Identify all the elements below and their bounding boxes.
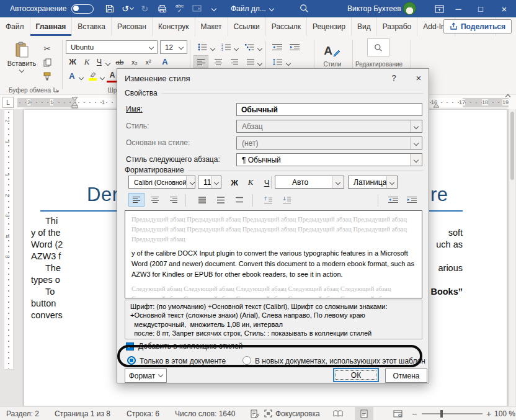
- underline-button[interactable]: Ч: [93, 55, 105, 68]
- paste-button[interactable]: Вставить: [5, 39, 38, 86]
- ribbon-display-options-icon[interactable]: [430, 0, 448, 17]
- cancel-button[interactable]: Отмена: [385, 369, 427, 383]
- font-size-select[interactable]: 12: [160, 40, 187, 54]
- undo-icon[interactable]: ↺: [118, 0, 136, 17]
- format-painter-icon[interactable]: [40, 69, 55, 83]
- spellcheck-icon[interactable]: abc✓: [171, 0, 188, 17]
- editing-group-button[interactable]: [367, 38, 389, 56]
- web-layout-button[interactable]: [388, 407, 407, 420]
- justify-button[interactable]: [243, 55, 258, 68]
- dialog-font-size-select[interactable]: 11: [198, 176, 221, 189]
- line-spacing-chevron-icon[interactable]: [285, 56, 291, 69]
- read-mode-button[interactable]: [329, 407, 347, 420]
- zoom-slider-track[interactable]: [422, 413, 483, 414]
- increase-space-after-button[interactable]: [278, 193, 295, 207]
- right-indent-marker-icon[interactable]: [432, 101, 440, 108]
- focus-label[interactable]: Фокусировка: [275, 409, 320, 418]
- line-indicator[interactable]: Строка: 6: [127, 409, 159, 418]
- line-spacing-button[interactable]: [269, 55, 285, 68]
- collapse-ribbon-chevron-icon[interactable]: [506, 90, 510, 101]
- format-button[interactable]: Формат: [125, 369, 167, 383]
- script-select[interactable]: Латиница: [348, 176, 398, 189]
- dialog-align-right-button[interactable]: [166, 193, 182, 207]
- dialog-increase-indent-button[interactable]: [404, 193, 420, 207]
- tab-home[interactable]: Главная: [30, 17, 73, 36]
- superscript-button[interactable]: x²: [141, 55, 155, 68]
- double-spacing-button[interactable]: [231, 193, 247, 207]
- maximize-button[interactable]: □: [470, 0, 491, 17]
- tab-design[interactable]: Конструк: [153, 17, 195, 36]
- next-style-select[interactable]: ¶ Обычный: [236, 153, 422, 166]
- autosave-toggle[interactable]: [71, 4, 94, 14]
- qat-customize-chevron-icon[interactable]: [205, 0, 223, 17]
- word-count-indicator[interactable]: Число слов: 1640: [175, 409, 235, 418]
- increase-indent-button[interactable]: [287, 40, 303, 53]
- dialog-decrease-indent-button[interactable]: [385, 193, 401, 207]
- tab-file[interactable]: Файл: [0, 17, 30, 36]
- clipboard-dialog-launcher-icon[interactable]: [53, 87, 61, 94]
- dialog-align-left-button[interactable]: [128, 193, 145, 207]
- share-button[interactable]: Поделиться: [443, 19, 512, 34]
- page-indicator[interactable]: Страница 1 из 8: [55, 409, 110, 418]
- tab-review[interactable]: Рецензир: [307, 17, 352, 36]
- ok-button[interactable]: ОК: [333, 368, 379, 382]
- zoom-in-button[interactable]: +: [486, 409, 491, 419]
- styles-group-button[interactable]: А: [320, 41, 345, 60]
- cut-icon[interactable]: ✂: [40, 42, 55, 55]
- copy-icon[interactable]: [40, 56, 55, 69]
- clear-formatting-button[interactable]: А: [158, 55, 172, 68]
- dialog-align-center-button[interactable]: [147, 193, 163, 207]
- bullets-chevron-icon[interactable]: [210, 42, 216, 55]
- multilevel-list-button[interactable]: [242, 40, 257, 53]
- search-icon[interactable]: [300, 4, 309, 13]
- tab-insert[interactable]: Вставка: [72, 17, 112, 36]
- underline-chevron-icon[interactable]: [104, 56, 112, 69]
- tab-layout[interactable]: Макет: [195, 17, 228, 36]
- align-right-button[interactable]: [227, 55, 242, 68]
- tab-selector[interactable]: L: [2, 97, 14, 108]
- numbering-chevron-icon[interactable]: [233, 42, 239, 55]
- multilevel-chevron-icon[interactable]: [257, 42, 263, 55]
- italic-button[interactable]: К: [81, 55, 93, 68]
- section-indicator[interactable]: Раздел: 2: [6, 409, 39, 418]
- tab-draw[interactable]: Рисован: [112, 17, 153, 36]
- subscript-button[interactable]: x₂: [128, 55, 141, 68]
- highlight-chevron-icon[interactable]: [99, 71, 105, 84]
- dialog-help-button[interactable]: ?: [388, 73, 400, 83]
- focus-icon[interactable]: [264, 409, 272, 418]
- highlight-color-button[interactable]: [86, 69, 99, 83]
- bold-button[interactable]: Ж: [66, 55, 79, 68]
- zoom-slider-thumb[interactable]: [440, 410, 443, 418]
- vertical-scrollbar[interactable]: [509, 109, 515, 406]
- numbering-button[interactable]: 123: [218, 40, 233, 53]
- dialog-font-name-select[interactable]: Calibri (Основной: [128, 176, 195, 189]
- dialog-bold-button[interactable]: Ж: [226, 176, 242, 189]
- tab-developer[interactable]: Разрабо: [377, 17, 418, 36]
- one-half-spacing-button[interactable]: [213, 193, 229, 207]
- align-left-button[interactable]: [194, 55, 208, 68]
- increase-space-before-button[interactable]: [260, 193, 276, 207]
- font-name-select[interactable]: Ubuntu: [66, 40, 158, 54]
- tab-mailings[interactable]: Рассылк: [266, 17, 307, 36]
- proofing-status-icon[interactable]: [251, 409, 259, 418]
- dialog-underline-button[interactable]: Ч: [259, 176, 275, 189]
- align-center-button[interactable]: [211, 55, 226, 68]
- zoom-out-button[interactable]: −: [412, 409, 417, 419]
- indent-markers-icon[interactable]: [71, 97, 79, 109]
- strikethrough-button[interactable]: ab: [113, 55, 127, 68]
- scrollbar-thumb[interactable]: [510, 112, 514, 180]
- font-color-select[interactable]: Авто: [275, 176, 344, 189]
- avatar[interactable]: [403, 2, 416, 15]
- close-window-button[interactable]: ×: [494, 0, 515, 17]
- save-icon[interactable]: [101, 0, 118, 17]
- style-name-input[interactable]: [236, 103, 422, 116]
- document-title[interactable]: Файл дл...: [231, 0, 274, 17]
- bullets-button[interactable]: [195, 40, 210, 53]
- print-icon[interactable]: [153, 0, 171, 17]
- text-effects-chevron-icon[interactable]: [78, 71, 84, 84]
- tab-references[interactable]: Ссылки: [228, 17, 266, 36]
- dialog-italic-button[interactable]: К: [242, 176, 259, 189]
- zoom-level[interactable]: 100 %: [494, 409, 515, 418]
- dialog-close-button[interactable]: ×: [407, 69, 430, 87]
- single-spacing-button[interactable]: [194, 193, 210, 207]
